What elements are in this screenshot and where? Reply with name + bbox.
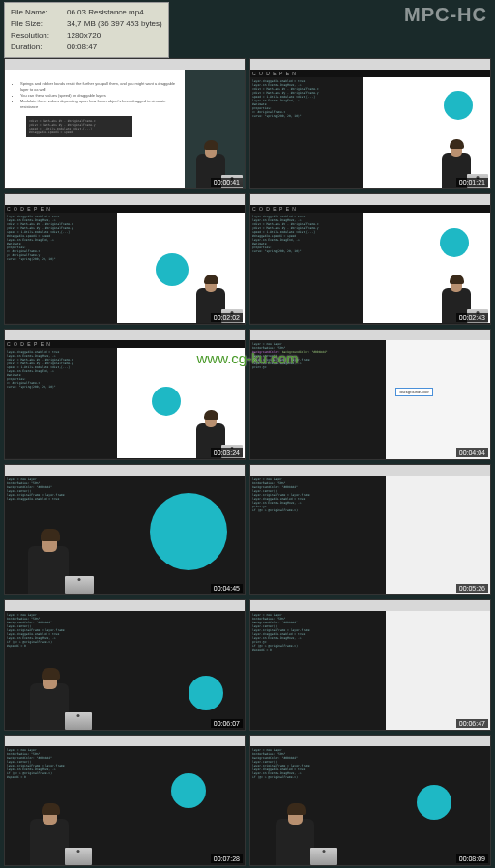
timestamp: 00:01:21 <box>456 178 488 187</box>
circle-shape <box>440 228 469 257</box>
browser-chrome <box>250 59 490 70</box>
codepen-label: C O D E P E N <box>250 70 490 77</box>
preview-pane <box>363 213 490 323</box>
browser-chrome <box>5 59 245 70</box>
preview-pane <box>129 746 245 865</box>
circle-shape <box>444 91 473 120</box>
preview-pane <box>363 77 490 188</box>
preview-pane <box>386 611 490 730</box>
codepen-label: C O D E P E N <box>5 340 245 348</box>
presenter-thumbnail <box>7 666 92 730</box>
label-filename: File Name: <box>11 7 67 18</box>
preview-pane <box>129 476 245 594</box>
preview-pane <box>129 611 245 730</box>
preview-pane <box>117 213 245 323</box>
browser-chrome <box>5 465 245 476</box>
value-resolution: 1280x720 <box>67 31 101 40</box>
circle-shape <box>171 773 206 808</box>
preview-pane <box>386 476 490 594</box>
code-pane: layer.draggable.enabled = true layer.on … <box>250 77 363 188</box>
timestamp: 00:04:45 <box>211 584 243 593</box>
value-filesize: 34,7 MB (36 397 453 bytes) <box>67 19 162 28</box>
label-duration: Duration: <box>11 42 67 53</box>
codepen-label: C O D E P E N <box>250 205 490 213</box>
value-duration: 00:08:47 <box>67 43 97 51</box>
code-pane: layer = new Layer borderRadius: "50%" ba… <box>250 611 386 730</box>
file-info-box: File Name:06 03 Resistance.mp4 File Size… <box>4 2 169 58</box>
presenter-thumbnail <box>252 801 337 865</box>
code-pane: layer = new Layer borderRadius: "50%" ba… <box>250 476 386 594</box>
circle-shape <box>152 387 181 416</box>
thumbnail: Springs and rubber bands resist the furt… <box>4 58 246 189</box>
value-filename: 06 03 Resistance.mp4 <box>67 8 144 16</box>
browser-chrome <box>250 194 490 205</box>
browser-chrome <box>250 600 490 611</box>
circle-shape <box>189 676 223 710</box>
code-pane: layer = new Layer borderRadius: "50%" ba… <box>5 611 129 730</box>
watermark-url: www.cg-ku.com <box>196 350 298 366</box>
code-pane: layer = new Layer borderRadius: "50%" ba… <box>5 746 129 865</box>
thumbnail: C O D E P E N layer.draggable.enabled = … <box>249 193 491 325</box>
label-filesize: File Size: <box>11 18 67 30</box>
circle-shape <box>150 493 227 570</box>
thumbnail: layer = new Layer borderRadius: "50%" ba… <box>4 735 246 866</box>
timestamp: 00:08:09 <box>456 854 488 863</box>
code-pane: layer.draggable.enabled = true layer.on … <box>250 213 363 323</box>
timestamp: 00:07:28 <box>211 854 243 863</box>
timestamp: 00:06:07 <box>211 719 243 728</box>
timestamp: 00:00:41 <box>211 178 243 187</box>
preview-pane: backgroundColor <box>386 340 490 459</box>
timestamp: 00:06:47 <box>456 719 488 728</box>
browser-chrome <box>5 330 245 340</box>
code-pane: layer.draggable.enabled = true layer.on … <box>5 348 117 458</box>
browser-chrome <box>250 465 490 476</box>
thumbnail: C O D E P E N layer.draggable.enabled = … <box>4 193 246 325</box>
code-pane: layer = new Layer borderRadius: "50%" ba… <box>250 746 374 865</box>
browser-chrome <box>5 600 245 611</box>
timestamp: 00:03:24 <box>211 448 243 457</box>
code-pane: layer.draggable.enabled = true layer.on … <box>5 213 117 323</box>
circle-shape <box>417 785 451 820</box>
thumbnail: layer = new Layer borderRadius: "50%" ba… <box>4 599 246 731</box>
thumbnail: layer = new Layer borderRadius: "50%" ba… <box>249 329 491 460</box>
thumbnail: layer = new Layer borderRadius: "50%" ba… <box>249 599 491 731</box>
timestamp: 00:02:02 <box>211 313 243 322</box>
codepen-label: C O D E P E N <box>5 205 245 213</box>
thumbnail: layer = new Layer borderRadius: "50%" ba… <box>4 464 246 595</box>
timestamp: 00:05:26 <box>456 584 488 593</box>
thumbnail: layer = new Layer borderRadius: "50%" ba… <box>249 735 491 866</box>
timestamp: 00:02:43 <box>456 313 488 322</box>
thumbnail: C O D E P E N layer.draggable.enabled = … <box>4 329 246 460</box>
timestamp: 00:04:04 <box>456 448 488 457</box>
slide-code: xdist = Math.abs #x - #originalFrame.x y… <box>26 116 132 137</box>
presenter-thumbnail <box>7 801 92 865</box>
browser-chrome <box>5 736 245 746</box>
thumbnail: C O D E P E N layer.draggable.enabled = … <box>249 58 491 189</box>
browser-chrome <box>250 330 490 340</box>
thumbnail-grid: Springs and rubber bands resist the furt… <box>4 58 491 866</box>
app-title: MPC-HC <box>404 4 487 26</box>
slide-bullets: Springs and rubber bands resist the furt… <box>20 81 179 110</box>
browser-chrome <box>250 736 490 746</box>
presenter-thumbnail <box>7 527 94 594</box>
thumbnail: layer = new Layer borderRadius: "50%" ba… <box>249 464 491 595</box>
browser-chrome <box>5 194 245 205</box>
code-pane: layer = new Layer borderRadius: "50%" ba… <box>5 476 129 594</box>
label-resolution: Resolution: <box>11 30 67 42</box>
preview-pane <box>374 746 490 865</box>
